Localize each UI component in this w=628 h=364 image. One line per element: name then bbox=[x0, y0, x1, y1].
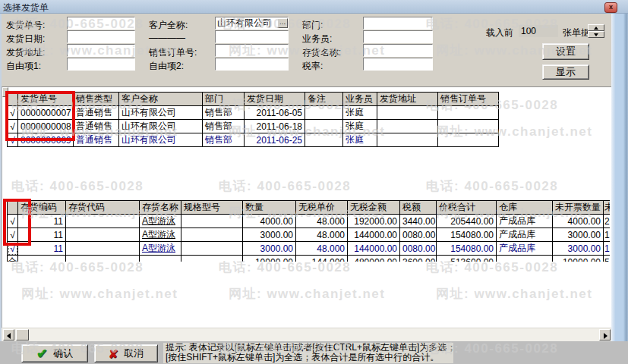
cell[interactable]: 3600.00 bbox=[400, 256, 437, 262]
cell[interactable]: 192000.00 bbox=[348, 215, 400, 228]
cell[interactable]: 154080.00 bbox=[437, 242, 497, 256]
delivery-date-input[interactable] bbox=[67, 30, 135, 43]
sales-order-no-input[interactable] bbox=[215, 44, 289, 57]
cell[interactable]: 2011-06-18 bbox=[245, 120, 305, 133]
cell[interactable]: 144.000 bbox=[296, 256, 348, 262]
cell[interactable] bbox=[497, 256, 553, 262]
tax-rate-input[interactable] bbox=[363, 58, 433, 71]
cell[interactable] bbox=[181, 256, 243, 262]
cell[interactable]: 205440.00 bbox=[604, 215, 611, 228]
cell[interactable]: 3000.00 bbox=[553, 242, 604, 256]
cell[interactable] bbox=[140, 256, 181, 262]
cell[interactable]: 3000.00 bbox=[243, 228, 296, 242]
cell[interactable] bbox=[377, 133, 438, 147]
cell[interactable]: 10000.00 bbox=[553, 256, 604, 262]
cell[interactable]: 154080.00 bbox=[604, 242, 611, 256]
cell[interactable]: 0080.00 bbox=[400, 242, 437, 256]
cell[interactable]: 3440.00 bbox=[400, 215, 437, 228]
load-count-value[interactable]: 100 bbox=[519, 25, 558, 37]
cell[interactable]: 普通销售 bbox=[74, 133, 119, 147]
cell[interactable]: 10000.00 bbox=[243, 256, 296, 262]
cell[interactable]: 48.000 bbox=[296, 242, 348, 256]
cell[interactable]: 4000.00 bbox=[243, 215, 296, 228]
cell[interactable] bbox=[377, 106, 438, 120]
cell[interactable] bbox=[438, 133, 499, 147]
cell[interactable] bbox=[305, 120, 343, 133]
row-select-cell[interactable]: √ bbox=[8, 215, 18, 228]
salesperson-input[interactable] bbox=[363, 30, 433, 43]
cell[interactable]: 2011-06-05 bbox=[245, 106, 305, 120]
cell[interactable]: 154080.00 bbox=[604, 228, 611, 242]
cell[interactable]: 山环有限公司 bbox=[119, 106, 203, 120]
customer-lookup-icon[interactable]: … bbox=[277, 18, 288, 28]
cell[interactable]: 480000.00 bbox=[348, 256, 400, 262]
cell[interactable]: 张庭 bbox=[343, 106, 377, 120]
cell[interactable]: 张庭 bbox=[343, 120, 377, 133]
cell[interactable]: 11 bbox=[18, 242, 66, 256]
delivery-no-input[interactable] bbox=[67, 17, 135, 30]
cell[interactable] bbox=[305, 106, 343, 120]
cell[interactable] bbox=[438, 106, 499, 120]
close-icon[interactable]: x bbox=[604, 2, 617, 13]
cell[interactable]: 产成品库 bbox=[497, 242, 553, 256]
display-button[interactable]: 显示 bbox=[542, 64, 589, 80]
customer-extra-input[interactable] bbox=[215, 30, 289, 43]
cell[interactable]: 154080.00 bbox=[437, 228, 497, 242]
cell[interactable]: 513600.00 bbox=[604, 256, 611, 262]
total-row-header-cell[interactable]: 合 bbox=[8, 256, 18, 262]
scroll-right-icon[interactable] bbox=[599, 329, 611, 340]
cell[interactable]: 3000.00 bbox=[243, 242, 296, 256]
cell[interactable] bbox=[66, 228, 140, 242]
cell[interactable]: 48.000 bbox=[296, 215, 348, 228]
row-select-cell[interactable]: √ bbox=[8, 228, 18, 242]
cell[interactable]: 48.000 bbox=[296, 228, 348, 242]
cell[interactable] bbox=[66, 242, 140, 256]
department-input[interactable] bbox=[363, 17, 433, 30]
cell[interactable]: 11 bbox=[18, 228, 66, 242]
spinner-up-icon[interactable] bbox=[588, 24, 604, 31]
cell[interactable]: 3000.00 bbox=[553, 228, 604, 242]
free-item1-input[interactable] bbox=[67, 58, 135, 71]
row-select-cell[interactable]: √ bbox=[8, 120, 18, 133]
cell[interactable]: A型游泳 bbox=[140, 242, 181, 256]
row-select-cell[interactable]: √ bbox=[8, 133, 18, 147]
cell[interactable]: 0000000008 bbox=[18, 120, 74, 133]
cell[interactable] bbox=[305, 133, 343, 147]
row-select-cell[interactable]: √ bbox=[8, 106, 18, 120]
cell[interactable]: 普通销售 bbox=[74, 106, 119, 120]
cell[interactable]: 张庭 bbox=[343, 133, 377, 147]
cell[interactable]: 普通销售 bbox=[74, 120, 119, 133]
cell[interactable]: 0080.00 bbox=[400, 228, 437, 242]
cell[interactable]: 0000000007 bbox=[18, 106, 74, 120]
cell[interactable] bbox=[66, 256, 140, 262]
cell[interactable]: 山环有限公司 bbox=[119, 133, 203, 147]
inventory-name-input[interactable] bbox=[363, 44, 433, 57]
cell[interactable]: 4000.00 bbox=[553, 215, 604, 228]
scrollbar-thumb[interactable] bbox=[16, 329, 29, 340]
confirm-button[interactable]: ✔ 确认 bbox=[21, 344, 88, 362]
cell[interactable] bbox=[181, 242, 243, 256]
cell[interactable]: 销售部 bbox=[203, 133, 245, 147]
cell[interactable]: 山环有限公司 bbox=[119, 120, 203, 133]
cell[interactable] bbox=[181, 215, 243, 228]
scroll-left-icon[interactable] bbox=[3, 329, 14, 340]
cell[interactable]: 销售部 bbox=[203, 120, 245, 133]
cell[interactable]: 销售部 bbox=[203, 106, 245, 120]
cell[interactable] bbox=[66, 215, 140, 228]
cell[interactable]: 产成品库 bbox=[497, 228, 553, 242]
cell[interactable]: A型游泳 bbox=[140, 215, 181, 228]
settings-button[interactable]: 设置 bbox=[542, 43, 589, 60]
cancel-button[interactable]: ✘ 取消 bbox=[94, 344, 158, 362]
cell[interactable]: 2011-06-25 bbox=[245, 133, 305, 147]
cell[interactable]: 产成品库 bbox=[497, 215, 553, 228]
cell[interactable]: 144000.00 bbox=[348, 242, 400, 256]
cell[interactable]: 144000.00 bbox=[348, 228, 400, 242]
delivery-address-input[interactable] bbox=[67, 44, 135, 57]
spinner-down-icon[interactable] bbox=[588, 31, 604, 38]
horizontal-scrollbar[interactable] bbox=[2, 328, 611, 341]
row-select-cell[interactable]: √ bbox=[8, 242, 18, 256]
cell[interactable]: 205440.00 bbox=[437, 215, 497, 228]
cell[interactable]: A型游泳 bbox=[140, 228, 181, 242]
cell[interactable]: 513600.00 bbox=[437, 256, 497, 262]
cell[interactable]: 11 bbox=[18, 215, 66, 228]
